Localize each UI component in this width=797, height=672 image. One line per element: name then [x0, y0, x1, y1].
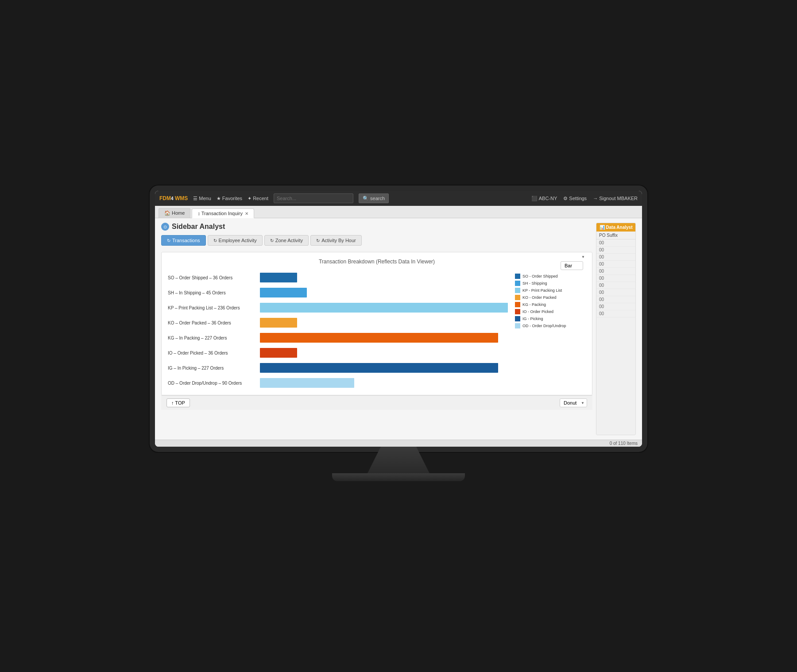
tab-home[interactable]: 🏠 Home: [159, 208, 190, 218]
sub-tab-transactions[interactable]: ↻ Transactions: [161, 235, 206, 246]
sidebar-row: 00: [596, 247, 635, 254]
legend-color-box: [515, 323, 520, 328]
sidebar-row: 00: [596, 310, 635, 317]
legend-color-box: [515, 288, 520, 293]
tab-transaction-inquiry-label: ↕ Transaction Inquiry: [197, 211, 243, 216]
bar-fill: [260, 303, 508, 313]
legend-label: OD - Order Drop/Undrop: [522, 324, 566, 328]
tab-transaction-inquiry[interactable]: ↕ Transaction Inquiry ✕: [192, 209, 254, 218]
bar-fill: [260, 318, 297, 328]
top-button[interactable]: ↑ TOP: [166, 398, 190, 407]
legend-color-box: [515, 281, 520, 286]
tab-home-label: 🏠 Home: [164, 210, 185, 216]
legend-color-box: [515, 302, 520, 307]
bar-track: [260, 303, 508, 313]
bar-row: IG – In Picking – 227 Orders: [168, 362, 508, 374]
legend-label: IO - Order Picked: [522, 309, 553, 314]
left-panel: ⊙ Sidebar Analyst ↻ Transactions ↻ Emplo…: [161, 223, 592, 435]
legend-color-box: [515, 274, 520, 279]
legend-color-box: [515, 316, 520, 321]
search-input[interactable]: [274, 193, 353, 203]
monitor-base: [332, 473, 465, 481]
legend-item: OD - Order Drop/Undrop: [515, 323, 586, 328]
main-content: ⊙ Sidebar Analyst ↻ Transactions ↻ Emplo…: [155, 218, 642, 440]
nav-right-section: ⬛ ABC-NY ⚙ Settings → Signout MBAKER: [531, 196, 638, 201]
sub-tabs: ↻ Transactions ↻ Employee Activity ↻ Zon…: [161, 235, 592, 246]
bar-label: SH – In Shipping – 45 Orders: [168, 290, 256, 295]
recent-button[interactable]: ✦ Recent: [248, 196, 268, 201]
tabs-bar: 🏠 Home ↕ Transaction Inquiry ✕: [155, 206, 642, 218]
chart-container: Transaction Breakdown (Reflects Data In …: [161, 252, 592, 395]
sidebar-header: 📊 Data Analyst: [596, 223, 635, 232]
sub-tab-transactions-label: Transactions: [172, 238, 200, 243]
right-sidebar: 📊 Data Analyst PO Suffix 000000000000000…: [596, 223, 636, 435]
chart-type-select[interactable]: Bar Line Pie: [561, 261, 583, 270]
legend-item: SO - Order Shipped: [515, 274, 586, 279]
sidebar-row: 00: [596, 289, 635, 296]
company-selector[interactable]: ⬛ ABC-NY: [531, 196, 557, 201]
sub-tab-zone-icon: ↻: [270, 238, 274, 243]
sub-tab-hour-icon: ↻: [316, 238, 320, 243]
bar-track: [260, 273, 508, 282]
legend-label: KP - Print Packing List: [522, 288, 562, 293]
search-button[interactable]: 🔍 search: [359, 193, 389, 203]
page-title-icon: ⊙: [161, 223, 169, 231]
bar-label: OD – Order Drop/Undrop – 90 Orders: [168, 381, 256, 386]
legend-label: SO - Order Shipped: [522, 274, 558, 278]
bottom-bar: ↑ TOP Donut Pie: [161, 395, 592, 410]
bar-track: [260, 363, 508, 373]
bar-fill: [260, 348, 297, 358]
bar-row: OD – Order Drop/Undrop – 90 Orders: [168, 377, 508, 389]
monitor-screen: FDM4 WMS ☰ Menu ★ Favorites ✦ Recent 🔍 s…: [155, 191, 642, 447]
legend-item: KG - Packing: [515, 302, 586, 307]
bar-row: SH – In Shipping – 45 Orders: [168, 287, 508, 298]
sub-tab-employee-activity[interactable]: ↻ Employee Activity: [208, 235, 263, 246]
signout-button[interactable]: → Signout MBAKER: [593, 196, 638, 201]
bar-label: KG – In Packing – 227 Orders: [168, 336, 256, 340]
page-title: Sidebar Analyst: [172, 223, 225, 231]
bar-label: KP – Print Packing List – 236 Orders: [168, 305, 256, 310]
sub-tab-employee-label: Employee Activity: [219, 238, 257, 243]
legend-label: KO - Order Packed: [522, 295, 557, 300]
bar-fill: [260, 333, 498, 343]
legend-color-box: [515, 295, 520, 300]
bar-row: KO – Order Packed – 36 Orders: [168, 317, 508, 328]
legend-item: IG - Picking: [515, 316, 586, 321]
brand-sub: 4: [171, 196, 174, 201]
top-navigation: FDM4 WMS ☰ Menu ★ Favorites ✦ Recent 🔍 s…: [155, 191, 642, 206]
legend-item: KP - Print Packing List: [515, 288, 586, 293]
sidebar-row: 00: [596, 275, 635, 282]
monitor-stand: [354, 447, 443, 473]
tab-close-icon[interactable]: ✕: [245, 211, 248, 216]
chart-legend: SO - Order ShippedSH - ShippingKP - Prin…: [515, 272, 586, 389]
sub-tab-activity-by-hour[interactable]: ↻ Activity By Hour: [310, 235, 362, 246]
bar-track: [260, 348, 508, 358]
donut-select-wrapper[interactable]: Donut Pie: [560, 398, 587, 407]
bar-chart: SO – Order Shipped – 36 OrdersSH – In Sh…: [168, 272, 508, 389]
donut-select[interactable]: Donut Pie: [560, 398, 587, 407]
chart-body: SO – Order Shipped – 36 OrdersSH – In Sh…: [168, 272, 586, 389]
sidebar-row: 00: [596, 261, 635, 268]
sub-tab-employee-icon: ↻: [213, 238, 217, 243]
brand-logo: FDM4 WMS: [159, 195, 188, 201]
settings-button[interactable]: ⚙ Settings: [563, 196, 587, 201]
bar-label: IO – Order Picked – 36 Orders: [168, 351, 256, 355]
sub-tab-zone-activity[interactable]: ↻ Zone Activity: [264, 235, 309, 246]
po-suffix-label: PO Suffix: [596, 232, 635, 239]
bar-track: [260, 288, 508, 297]
bar-label: SO – Order Shipped – 36 Orders: [168, 275, 256, 280]
bar-fill: [260, 273, 297, 282]
menu-button[interactable]: ☰ Menu: [193, 196, 211, 201]
sidebar-row: 00: [596, 303, 635, 310]
sidebar-rows: 0000000000000000000000: [596, 239, 635, 317]
sub-tab-zone-label: Zone Activity: [275, 238, 303, 243]
legend-label: KG - Packing: [522, 302, 546, 307]
favorites-button[interactable]: ★ Favorites: [217, 196, 242, 201]
items-count: 0 of 110 Items: [610, 441, 638, 446]
bar-row: IO – Order Picked – 36 Orders: [168, 347, 508, 359]
bar-fill: [260, 363, 498, 373]
bar-label: IG – In Picking – 227 Orders: [168, 366, 256, 371]
bar-row: KG – In Packing – 227 Orders: [168, 332, 508, 344]
sidebar-row: 00: [596, 296, 635, 303]
sidebar-row: 00: [596, 254, 635, 261]
